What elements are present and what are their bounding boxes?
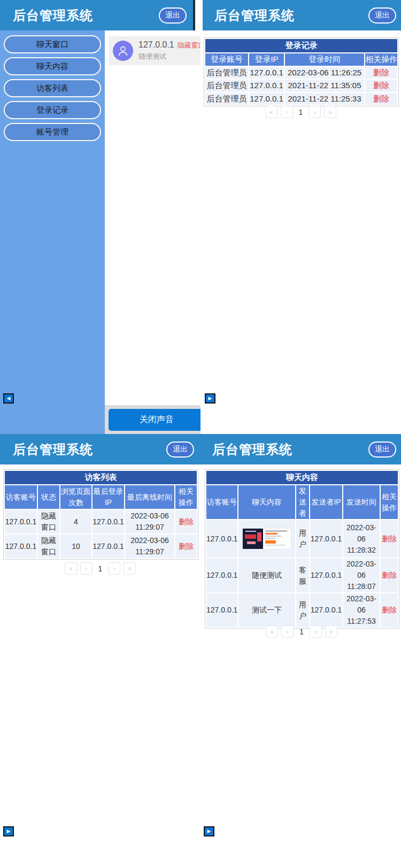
col-visitor-account: 访客账号 <box>206 485 237 519</box>
cell-sender-ip: 127.0.0.1 <box>310 593 342 627</box>
page-next-button[interactable]: › <box>309 106 321 118</box>
chat-item-text: 127.0.0.1 隐藏窗口 随便测试 <box>138 40 200 61</box>
page-last-button[interactable]: » <box>124 562 136 575</box>
chat-content-table: 聊天内容 访客账号 聊天内容 发送者 发送者IP 发送时间 相关操作 127.0… <box>205 469 399 629</box>
page-prev-button[interactable]: ‹ <box>281 106 293 118</box>
panel-login-records: 后台管理系统 退出 登录记录 登录账号 登录IP 登录时间 相关操作 后台管理员… <box>200 0 401 434</box>
page-current: 1 <box>299 108 303 117</box>
page-first-button[interactable]: « <box>65 562 77 575</box>
login-records-table: 登录记录 登录账号 登录IP 登录时间 相关操作 后台管理员 127.0.0.1… <box>204 37 399 106</box>
expand-arrow-icon[interactable]: ▶ <box>205 393 215 404</box>
page-next-button[interactable]: › <box>108 562 120 575</box>
table-row: 后台管理员 127.0.0.1 2021-11-22 11:35:05 删除 <box>205 80 397 92</box>
avatar <box>113 41 133 61</box>
app-title: 后台管理系统 <box>13 7 93 24</box>
table-row: 127.0.0.1 隐藏窗口 4 127.0.0.1 2022-03-06 11… <box>5 510 197 533</box>
cell-account: 127.0.0.1 <box>206 593 237 627</box>
visitor-ip: 127.0.0.1 <box>138 40 174 50</box>
table-row: 127.0.0.1 用户 127.0.0. <box>206 520 398 557</box>
person-icon <box>117 44 129 57</box>
mute-bar: 关闭声音 <box>105 405 200 434</box>
app-header: 后台管理系统 退出 <box>0 434 200 464</box>
logout-button[interactable]: 退出 <box>166 441 194 458</box>
table-row: 127.0.0.1 隐藏窗口 10 127.0.0.1 2022-03-06 1… <box>5 534 197 558</box>
col-actions: 相关操作 <box>381 485 398 519</box>
sidebar-item-login-records[interactable]: 登录记录 <box>4 101 101 119</box>
cell-last-ip: 127.0.0.1 <box>92 510 124 533</box>
screen: 后台管理系统 退出 聊天窗口 聊天内容 访客列表 登录记录 账号管理 127.0… <box>0 0 401 868</box>
page-first-button[interactable]: « <box>266 625 278 638</box>
chat-image-thumbnail[interactable] <box>242 528 291 549</box>
cell-send-time: 2022-03-06 11:28:32 <box>343 520 380 557</box>
cell-time: 2021-11-22 11:35:05 <box>285 80 364 92</box>
mute-sound-button[interactable]: 关闭声音 <box>109 409 200 431</box>
cell-account: 后台管理员 <box>205 80 248 92</box>
page-next-button[interactable]: › <box>310 625 322 638</box>
sidebar-item-chat-content[interactable]: 聊天内容 <box>4 57 101 75</box>
sidebar-item-visitor-list[interactable]: 访客列表 <box>4 79 101 97</box>
page-last-button[interactable]: » <box>325 625 337 638</box>
delete-link[interactable]: 删除 <box>381 593 398 627</box>
panel-visitor-list: 后台管理系统 退出 访客列表 访客账号 状态 浏览页面次数 最后登录IP 最后离… <box>0 434 200 868</box>
page-first-button[interactable]: « <box>265 106 277 118</box>
delete-link[interactable]: 删除 <box>175 510 197 533</box>
pagination: « ‹ 1 › » <box>205 625 398 638</box>
cell-status: 隐藏窗口 <box>38 510 59 533</box>
col-login-time: 登录时间 <box>285 53 364 66</box>
visitor-list-table: 访客列表 访客账号 状态 浏览页面次数 最后登录IP 最后离线时间 相关操作 1… <box>3 469 198 560</box>
chat-list-item[interactable]: 127.0.0.1 隐藏窗口 随便测试 <box>109 36 200 65</box>
cell-status: 隐藏窗口 <box>38 534 59 558</box>
col-login-account: 登录账号 <box>205 53 248 66</box>
page-prev-button[interactable]: ‹ <box>281 625 294 638</box>
delete-link[interactable]: 删除 <box>381 520 398 557</box>
logout-button[interactable]: 退出 <box>368 7 396 24</box>
cell-time: 2022-03-06 11:26:25 <box>285 67 364 79</box>
cell-time: 2021-11-22 11:25:33 <box>285 93 364 105</box>
cell-last-ip: 127.0.0.1 <box>92 534 124 558</box>
page-current: 1 <box>98 564 103 573</box>
cell-sender: 客服 <box>296 559 309 592</box>
col-login-ip: 登录IP <box>249 53 284 66</box>
thumbnail-text-lines <box>263 529 291 549</box>
expand-arrow-icon[interactable]: ▶ <box>204 826 214 836</box>
cell-ip: 127.0.0.1 <box>249 67 284 79</box>
collapse-arrow-icon[interactable]: ◀ <box>3 393 14 404</box>
page-prev-button[interactable]: ‹ <box>80 562 92 575</box>
cell-sender-ip: 127.0.0.1 <box>310 559 342 592</box>
delete-link[interactable]: 删除 <box>365 93 397 105</box>
cell-sender: 用户 <box>296 520 309 557</box>
logout-button[interactable]: 退出 <box>368 441 396 458</box>
cell-content: 测试一下 <box>238 593 295 627</box>
page-last-button[interactable]: » <box>324 106 336 118</box>
sidebar-item-account-management[interactable]: 账号管理 <box>4 123 101 141</box>
cell-account: 127.0.0.1 <box>5 534 37 558</box>
col-sender-ip: 发送者IP <box>310 485 342 519</box>
sidebar: 聊天窗口 聊天内容 访客列表 登录记录 账号管理 <box>0 30 105 434</box>
page-current: 1 <box>299 627 304 636</box>
cell-send-time: 2022-03-06 11:27:53 <box>343 593 380 627</box>
expand-arrow-icon[interactable]: ▶ <box>3 826 14 836</box>
col-visitor-account: 访客账号 <box>5 485 37 509</box>
visitor-status-badge: 隐藏窗口 <box>178 41 200 50</box>
delete-link[interactable]: 删除 <box>365 80 397 92</box>
pagination: « ‹ 1 › » <box>204 106 398 118</box>
cell-views: 4 <box>60 510 91 533</box>
cell-account: 后台管理员 <box>205 67 248 79</box>
sidebar-item-chat-window[interactable]: 聊天窗口 <box>4 35 101 53</box>
logout-button[interactable]: 退出 <box>159 7 187 24</box>
cell-sender: 用户 <box>296 593 309 627</box>
col-status: 状态 <box>38 485 59 509</box>
cell-account: 127.0.0.1 <box>5 510 37 533</box>
app-header: 后台管理系统 退出 <box>203 0 401 30</box>
table-row: 127.0.0.1 测试一下 用户 127.0.0.1 2022-03-06 1… <box>206 593 398 627</box>
table-row: 后台管理员 127.0.0.1 2022-03-06 11:26:25 删除 <box>205 67 397 79</box>
delete-link[interactable]: 删除 <box>381 559 398 592</box>
thumbnail-art <box>243 529 263 549</box>
cell-account: 127.0.0.1 <box>206 559 237 592</box>
delete-link[interactable]: 删除 <box>175 534 197 558</box>
app-title: 后台管理系统 <box>13 441 93 458</box>
col-last-offline-time: 最后离线时间 <box>125 485 174 509</box>
delete-link[interactable]: 删除 <box>365 67 397 79</box>
col-send-time: 发送时间 <box>343 485 380 519</box>
cell-views: 10 <box>60 534 91 558</box>
